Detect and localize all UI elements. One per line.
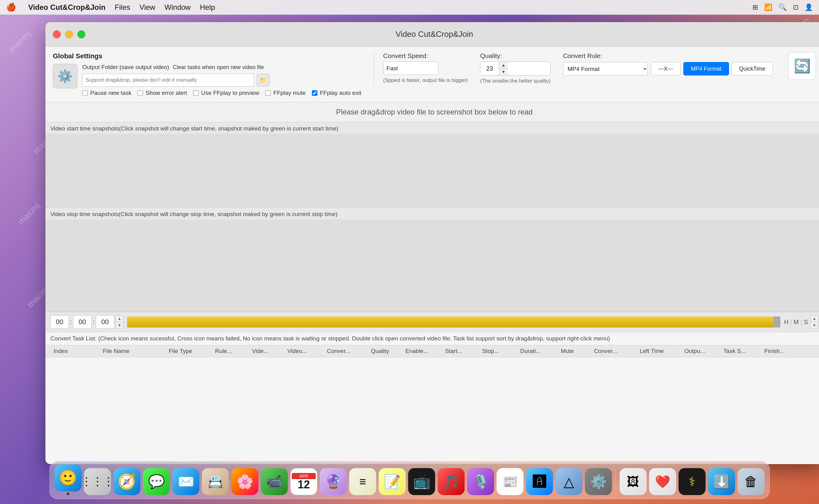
apple-menu[interactable]: 🍎 bbox=[6, 2, 16, 12]
use-ffplay-checkbox[interactable]: Use FFplay to preview bbox=[193, 90, 259, 96]
dock-notes[interactable]: 📝 bbox=[379, 468, 406, 495]
quality-down-button[interactable]: ▼ bbox=[499, 69, 508, 76]
ffplay-mute-checkbox[interactable]: FFplay mute bbox=[265, 90, 306, 96]
window-menu[interactable]: Window bbox=[165, 3, 191, 12]
timeline-fill bbox=[127, 316, 780, 328]
speed-note: (Spped is faster, output file is bigger) bbox=[383, 77, 468, 84]
view-menu[interactable]: View bbox=[139, 3, 155, 12]
titlebar: Video Cut&Crop&Join bbox=[45, 22, 819, 47]
appletv-icon: 📺 bbox=[408, 468, 435, 495]
ffplay-mute-input[interactable] bbox=[265, 90, 271, 96]
facetime-icon: 📹 bbox=[261, 468, 288, 495]
dock-photos[interactable]: 🌸 bbox=[231, 468, 258, 495]
dock-trash[interactable]: 🗑 bbox=[738, 468, 765, 495]
mp4-rule-button[interactable]: MP4 Format bbox=[683, 62, 729, 76]
ffplay-auto-exit-checkbox[interactable]: FFplay auto exit bbox=[312, 90, 361, 96]
siri-icon: 🔮 bbox=[320, 468, 347, 495]
launchpad-icon: ⋮⋮⋮ bbox=[84, 468, 111, 495]
control-center-icon[interactable]: ⊡ bbox=[793, 3, 798, 11]
stop-snapshot-area[interactable] bbox=[45, 219, 819, 312]
global-settings-label: Global Settings bbox=[53, 52, 361, 60]
dock-downloader[interactable]: ⬇️ bbox=[708, 468, 735, 495]
minimize-button[interactable] bbox=[65, 30, 73, 38]
davinchi-icon: ⚕ bbox=[679, 468, 706, 495]
dock-keewordz[interactable]: △ bbox=[556, 468, 583, 495]
dock-contacts[interactable]: 📇 bbox=[202, 468, 229, 495]
hmsc-down-button[interactable]: ▼ bbox=[811, 322, 818, 329]
close-button[interactable] bbox=[53, 30, 61, 38]
dock-podcasts[interactable]: 🎙️ bbox=[467, 468, 494, 495]
search-icon[interactable]: 🔍 bbox=[778, 3, 787, 11]
maximize-button[interactable] bbox=[77, 30, 85, 38]
use-ffplay-input[interactable] bbox=[193, 90, 199, 96]
dock-reminders[interactable]: ≡ bbox=[349, 468, 376, 495]
dock-appstore[interactable]: 🅰 bbox=[526, 468, 553, 495]
time-up-button[interactable]: ▲ bbox=[116, 316, 123, 322]
browse-folder-button[interactable]: 📁 bbox=[257, 74, 270, 87]
dock-music[interactable]: 🎵 bbox=[438, 468, 465, 495]
task-list-area: Convert Task List: (Check icon means suc… bbox=[45, 332, 819, 464]
dock-facetime[interactable]: 📹 bbox=[261, 468, 288, 495]
dock-appletv[interactable]: 📺 bbox=[408, 468, 435, 495]
minutes-field[interactable] bbox=[73, 315, 91, 329]
dock-davinchi[interactable]: ⚕ bbox=[679, 468, 706, 495]
timeline-bar[interactable] bbox=[127, 316, 780, 328]
app-name-menu[interactable]: Video Cut&Crop&Join bbox=[28, 3, 106, 12]
dock-systemprefs[interactable]: ⚙️ bbox=[585, 468, 612, 495]
col-filename: File Name bbox=[76, 348, 156, 355]
files-menu[interactable]: Files bbox=[115, 3, 130, 12]
dock-messages[interactable]: 💬 bbox=[143, 468, 170, 495]
folder-path-input[interactable] bbox=[82, 74, 254, 87]
stop-snapshots-section: Video stop time snapshots(Click snapshot… bbox=[45, 208, 819, 312]
dock-mail[interactable]: ✉️ bbox=[173, 468, 200, 495]
quicktime-rule-button[interactable]: QuickTime bbox=[732, 62, 773, 76]
time-input-group: : : ▲ ▼ bbox=[50, 315, 123, 329]
window-title: Video Cut&Crop&Join bbox=[396, 29, 473, 39]
task-list-header: Convert Task List: (Check icon means suc… bbox=[45, 332, 819, 345]
help-menu[interactable]: Help bbox=[200, 3, 215, 12]
speed-select[interactable]: Fast bbox=[383, 61, 438, 75]
hmsc-label: H : M : S bbox=[784, 319, 808, 326]
quality-note: (The smaller,the better quality) bbox=[480, 77, 551, 85]
app-window: Video Cut&Crop&Join Global Settings ⚙️ O… bbox=[45, 22, 819, 464]
pause-new-task-checkbox[interactable]: Pause new task bbox=[82, 90, 131, 96]
finder-dot bbox=[67, 493, 69, 495]
hmsc-up-button[interactable]: ▲ bbox=[811, 316, 818, 322]
timeline-end-marker bbox=[774, 316, 780, 328]
clear-tasks-button[interactable]: Clear tasks when open new video file bbox=[173, 64, 264, 71]
cast-icon[interactable]: ⊞ bbox=[752, 3, 758, 11]
ffplay-auto-exit-input[interactable] bbox=[312, 90, 317, 96]
show-error-alert-checkbox[interactable]: Show error alert bbox=[138, 90, 187, 96]
show-error-alert-input[interactable] bbox=[138, 90, 143, 96]
rule-label: Convert Rule: bbox=[563, 52, 773, 60]
hmsc-spinner: ▲ ▼ bbox=[810, 315, 818, 329]
dock-calendar[interactable]: APR 12 bbox=[290, 468, 317, 495]
dock-siri[interactable]: 🔮 bbox=[320, 468, 347, 495]
dock-firstaid[interactable]: ❤️ bbox=[649, 468, 676, 495]
start-snapshot-area[interactable] bbox=[45, 134, 819, 207]
dock-safari[interactable]: 🧭 bbox=[114, 468, 141, 495]
convert-rule-area: Convert Rule: MP4 Format ---X--- MP4 For… bbox=[563, 52, 773, 76]
hours-field[interactable] bbox=[50, 315, 69, 329]
dashes-rule-button[interactable]: ---X--- bbox=[651, 62, 681, 76]
col-output: Outpu... bbox=[675, 348, 715, 355]
wifi-icon[interactable]: 📶 bbox=[764, 3, 772, 11]
col-finish: Finish... bbox=[755, 348, 794, 355]
dock-finder[interactable]: 🙂 bbox=[55, 464, 82, 495]
refresh-button[interactable]: 🔄 bbox=[788, 52, 816, 80]
contacts-icon: 📇 bbox=[202, 468, 229, 495]
safari-icon: 🧭 bbox=[114, 468, 141, 495]
music-icon: 🎵 bbox=[438, 468, 465, 495]
rule-select[interactable]: MP4 Format bbox=[563, 62, 648, 76]
speed-control: Fast bbox=[383, 61, 468, 75]
systemprefs-icon: ⚙️ bbox=[585, 468, 612, 495]
col-index: Index bbox=[45, 348, 76, 355]
dock-launchpad[interactable]: ⋮⋮⋮ bbox=[84, 468, 111, 495]
dock-news[interactable]: 📰 bbox=[497, 468, 524, 495]
pause-new-task-input[interactable] bbox=[82, 90, 88, 96]
time-down-button[interactable]: ▼ bbox=[116, 322, 123, 329]
quality-up-button[interactable]: ▲ bbox=[499, 62, 508, 69]
user-icon[interactable]: 👤 bbox=[805, 3, 813, 11]
seconds-field[interactable] bbox=[96, 315, 114, 329]
dock-preview[interactable]: 🖼 bbox=[620, 468, 647, 495]
